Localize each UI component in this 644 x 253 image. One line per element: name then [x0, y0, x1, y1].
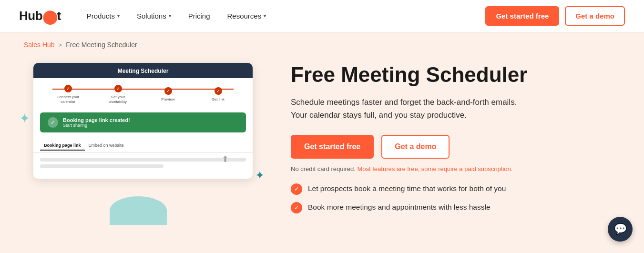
chat-button[interactable]: 💬	[608, 217, 633, 242]
feature-check-icon-1: ✓	[291, 183, 302, 195]
progress-step-2: ✓ Set youravailability	[93, 85, 143, 105]
breadcrumb-separator: >	[59, 41, 62, 49]
success-text: Booking page link created! Start sharing	[63, 117, 130, 128]
chevron-down-icon: ▾	[264, 13, 266, 19]
success-subtitle: Start sharing	[63, 123, 130, 128]
credit-note-link: Most features are free, some require a p…	[357, 165, 512, 172]
mockup-success-banner: ✓ Booking page link created! Start shari…	[40, 112, 246, 132]
decorative-teal-shape	[110, 196, 167, 225]
nav-menu: Products ▾ Solutions ▾ Pricing Resources…	[78, 8, 486, 24]
get-demo-button[interactable]: Get a demo	[565, 6, 625, 26]
nav-item-resources[interactable]: Resources ▾	[219, 8, 275, 24]
mockup-header: Meeting Scheduler	[33, 63, 253, 78]
breadcrumb: Sales Hub > Free Meeting Scheduler	[0, 32, 644, 49]
step-label-1: Connect yourcalendar	[57, 95, 80, 105]
step-label-2: Set youravailability	[109, 95, 127, 105]
progress-step-1: ✓ Connect yourcalendar	[43, 85, 93, 105]
step-circle-4: ✓	[215, 87, 222, 95]
get-started-free-button[interactable]: Get started free	[485, 6, 559, 26]
cursor-icon: ⬆	[222, 154, 229, 164]
nav-item-products[interactable]: Products ▾	[78, 8, 128, 24]
breadcrumb-current: Free Meeting Scheduler	[66, 41, 137, 49]
tab-booking-link[interactable]: Booking page link	[40, 141, 85, 151]
mockup-container: ✦ Meeting Scheduler ✓ Connect yourcalend…	[24, 58, 262, 220]
features-list: ✓ Let prospects book a meeting time that…	[291, 183, 620, 213]
progress-step-4: ✓ Get link	[193, 87, 243, 102]
hero-buttons: Get started free Get a demo	[291, 135, 620, 159]
navbar-actions: Get started free Get a demo	[485, 6, 625, 26]
chat-icon: 💬	[614, 223, 627, 235]
mockup-card: Meeting Scheduler ✓ Connect yourcalendar…	[33, 63, 253, 179]
feature-item-2: ✓ Book more meetings and appointments wi…	[291, 202, 620, 213]
text-content: Free Meeting Scheduler Schedule meetings…	[291, 58, 620, 213]
hero-get-demo-button[interactable]: Get a demo	[381, 135, 450, 159]
success-title: Booking page link created!	[63, 117, 130, 123]
content-area: ✦ Meeting Scheduler ✓ Connect yourcalend…	[0, 49, 644, 234]
hero-title: Free Meeting Scheduler	[291, 63, 620, 87]
step-label-3: Preview	[161, 97, 174, 102]
step-circle-1: ✓	[64, 85, 72, 92]
mockup-tabs: Booking page link Embed on website	[33, 137, 253, 153]
hero-get-started-button[interactable]: Get started free	[291, 135, 374, 159]
logo[interactable]: Hub⬤t	[19, 9, 61, 23]
feature-check-icon-2: ✓	[291, 202, 302, 213]
mockup-input-bar-1	[40, 158, 246, 162]
tab-embed[interactable]: Embed on website	[85, 141, 128, 151]
mockup-progress: ✓ Connect yourcalendar ✓ Set youravailab…	[33, 78, 253, 108]
chevron-down-icon: ▾	[169, 13, 171, 19]
breadcrumb-parent-link[interactable]: Sales Hub	[24, 41, 55, 49]
step-circle-2: ✓	[114, 85, 122, 92]
step-label-4: Get link	[212, 97, 225, 102]
main-content: Sales Hub > Free Meeting Scheduler ✦ Mee…	[0, 32, 644, 253]
feature-text-2: Book more meetings and appointments with…	[308, 202, 491, 213]
chevron-down-icon: ▾	[117, 13, 120, 19]
feature-item-1: ✓ Let prospects book a meeting time that…	[291, 183, 620, 195]
feature-text-1: Let prospects book a meeting time that w…	[308, 183, 506, 194]
nav-item-pricing[interactable]: Pricing	[180, 8, 219, 24]
star-right-icon: ✦	[255, 169, 265, 182]
progress-step-3: ✓ Preview	[143, 87, 193, 102]
mockup-input-bar-2	[40, 164, 164, 168]
step-circle-3: ✓	[164, 87, 172, 95]
mockup-input-area	[33, 153, 253, 179]
hero-description: Schedule meetings faster and forget the …	[291, 96, 520, 121]
logo-text: Hub⬤t	[19, 9, 61, 23]
success-check-icon: ✓	[48, 117, 58, 128]
credit-note: No credit card required. Most features a…	[291, 165, 620, 172]
navbar: Hub⬤t Products ▾ Solutions ▾ Pricing Res…	[0, 0, 644, 32]
nav-item-solutions[interactable]: Solutions ▾	[128, 8, 180, 24]
star-left-icon: ✦	[19, 111, 30, 126]
